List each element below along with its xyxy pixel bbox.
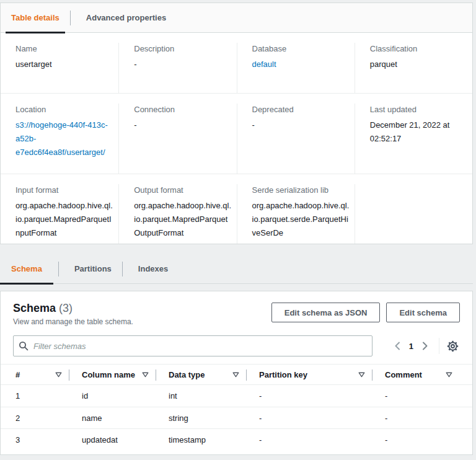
column-filter-icon[interactable]	[446, 372, 452, 378]
cell-data-type: int	[156, 391, 247, 400]
tab-schema[interactable]: Schema	[0, 254, 53, 284]
database-link[interactable]: default	[252, 58, 350, 71]
field-classification: Classification parquet	[355, 43, 472, 93]
table-row: 1 id int - -	[1, 385, 472, 407]
edit-schema-button[interactable]: Edit schema	[386, 303, 460, 322]
filter-schemas-input[interactable]	[13, 335, 372, 356]
schema-table-header: # Column name Data type	[1, 364, 472, 385]
cell-partition-key: -	[247, 435, 372, 445]
pagination-prev-button[interactable]	[391, 339, 403, 353]
schema-title-text: Schema	[13, 302, 56, 314]
tab-table-details[interactable]: Table details	[6, 3, 65, 33]
field-value: org.apache.hadoop.hive.ql.io.parquet.Map…	[15, 199, 113, 240]
schema-card-header: Schema (3) View and manage the table sch…	[1, 291, 472, 327]
column-filter-icon[interactable]	[55, 372, 62, 378]
cell-data-type: timestamp	[156, 435, 247, 445]
settings-gear-icon	[447, 345, 459, 354]
field-label: Input format	[15, 184, 113, 197]
schema-subtitle: View and manage the table schema.	[13, 317, 133, 327]
cell-partition-key: -	[247, 414, 372, 423]
field-name: Name usertarget	[1, 43, 118, 93]
field-label: Location	[15, 104, 113, 116]
details-row-3: Input format org.apache.hadoop.hive.ql.i…	[1, 174, 472, 244]
details-row-1: Name usertarget Description - Database d…	[1, 33, 472, 93]
cell-column-name: name	[69, 414, 156, 423]
schema-title: Schema (3)	[13, 301, 133, 315]
field-label: Description	[134, 43, 231, 55]
field-input-format: Input format org.apache.hadoop.hive.ql.i…	[1, 184, 118, 244]
preferences-button[interactable]	[446, 339, 460, 353]
tab-divider	[122, 262, 123, 276]
field-output-format: Output format org.apache.hadoop.hive.ql.…	[118, 184, 236, 244]
edit-schema-json-button[interactable]: Edit schema as JSON	[271, 303, 381, 322]
field-label: Classification	[370, 43, 467, 55]
cell-column-name: id	[69, 391, 156, 400]
field-description: Description -	[118, 43, 236, 93]
tab-advanced-properties[interactable]: Advanced properties	[81, 3, 172, 33]
column-header-comment: Comment	[372, 365, 460, 384]
table-row: 3 updatedat timestamp - -	[1, 428, 472, 450]
field-last-updated: Last updated December 21, 2022 at 02:52:…	[355, 104, 472, 174]
pagination: 1	[391, 338, 460, 354]
pagination-page-1[interactable]: 1	[403, 342, 419, 351]
schema-table: # Column name Data type	[1, 364, 472, 450]
field-value: December 21, 2022 at 02:52:17	[370, 118, 467, 146]
pagination-divider	[439, 338, 439, 354]
field-label: Name	[15, 43, 113, 55]
field-label: Deprecated	[252, 104, 350, 116]
column-filter-icon[interactable]	[232, 372, 239, 378]
field-value: usertarget	[15, 58, 113, 71]
column-header-label: Data type	[169, 370, 205, 379]
field-deprecated: Deprecated -	[237, 104, 355, 174]
pagination-next-button[interactable]	[419, 339, 431, 353]
field-value: -	[252, 118, 350, 132]
details-tabbar: Table details Advanced properties	[1, 3, 472, 33]
tab-partitions[interactable]: Partitions	[69, 254, 117, 284]
column-header-number: #	[13, 365, 69, 384]
field-value: parquet	[370, 58, 467, 71]
search-icon	[19, 341, 29, 351]
cell-partition-key: -	[247, 391, 372, 400]
details-row-2: Location s3://hogehoge-440f-413c-a52b-e7…	[1, 93, 472, 174]
column-header-label: Partition key	[259, 370, 307, 379]
column-filter-icon[interactable]	[358, 372, 365, 378]
column-header-partition-key: Partition key	[247, 365, 372, 384]
schema-card: Schema (3) View and manage the table sch…	[0, 291, 473, 455]
chevron-right-icon	[422, 343, 428, 352]
schema-tabbar: Schema Partitions Indexes	[0, 254, 473, 284]
field-label: Output format	[134, 184, 231, 197]
cell-comment: -	[372, 435, 460, 445]
field-value: org.apache.hadoop.hive.ql.io.parquet.Map…	[134, 199, 231, 240]
column-header-data-type: Data type	[156, 365, 247, 384]
field-value: org.apache.hadoop.hive.ql.io.parquet.ser…	[252, 199, 350, 240]
field-empty	[355, 184, 472, 244]
column-header-label: #	[15, 370, 20, 379]
cell-comment: -	[372, 414, 460, 423]
table-row: 2 name string - -	[1, 407, 472, 428]
column-header-column-name: Column name	[69, 365, 156, 384]
schema-filter-row: 1	[1, 327, 472, 356]
field-label: Connection	[134, 104, 231, 116]
cell-number: 1	[13, 391, 69, 400]
schema-heading-block: Schema (3) View and manage the table sch…	[13, 301, 133, 327]
cell-number: 2	[13, 414, 69, 423]
column-filter-icon[interactable]	[142, 372, 149, 378]
schema-actions: Edit schema as JSON Edit schema	[271, 301, 460, 322]
field-database: Database default	[237, 43, 355, 93]
field-location: Location s3://hogehoge-440f-413c-a52b-e7…	[1, 104, 118, 174]
chevron-left-icon	[394, 343, 400, 352]
cell-column-name: updatedat	[69, 435, 156, 445]
tab-divider	[58, 262, 59, 276]
column-header-label: Comment	[385, 370, 422, 379]
field-label: Database	[252, 43, 350, 55]
table-details-panel: Table details Advanced properties Name u…	[0, 2, 473, 244]
cell-data-type: string	[156, 414, 247, 423]
location-link[interactable]: s3://hogehoge-440f-413c-a52b-e7edc6f4ea8…	[15, 118, 113, 159]
tab-divider	[70, 11, 71, 25]
cell-comment: -	[372, 391, 460, 400]
column-header-label: Column name	[82, 370, 135, 379]
field-label: Last updated	[370, 104, 467, 116]
tab-indexes[interactable]: Indexes	[133, 254, 174, 284]
field-connection: Connection -	[118, 104, 236, 174]
field-label: Serde serialization lib	[252, 184, 350, 197]
